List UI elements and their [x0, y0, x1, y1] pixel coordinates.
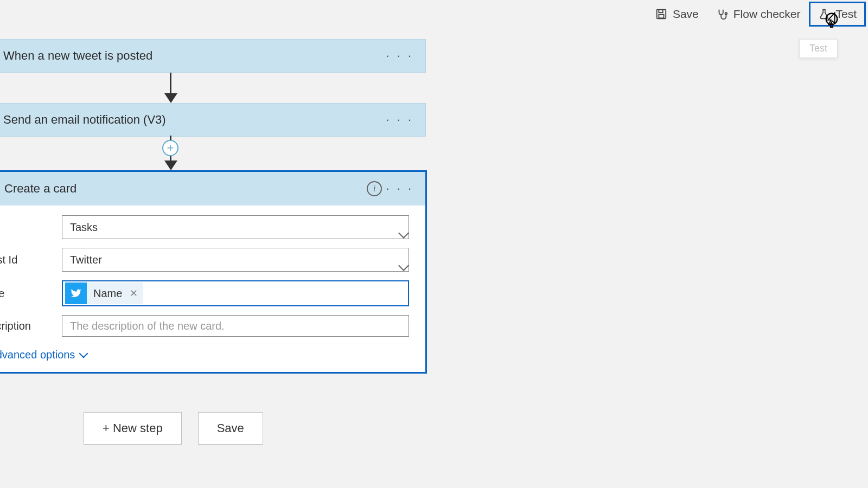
save-toolbar-button[interactable]: Save	[647, 1, 707, 27]
svg-point-2	[725, 12, 727, 15]
list-id-value: Twitter	[70, 254, 102, 266]
mouse-cursor-icon	[824, 10, 840, 28]
save-icon	[655, 8, 667, 20]
dynamic-content-token[interactable]: Name ✕	[65, 282, 143, 304]
flow-checker-button[interactable]: Flow checker	[707, 1, 809, 27]
connector-arrow	[0, 73, 426, 104]
trigger-more-menu[interactable]: · · ·	[386, 49, 413, 63]
connector-arrow-with-add: +	[0, 137, 426, 170]
create-card-header[interactable]: Create a card i · · ·	[0, 172, 425, 206]
card-name-label: Card Name	[0, 287, 62, 300]
list-id-label: Board List Id	[0, 254, 62, 266]
trigger-step[interactable]: When a new tweet is posted · · ·	[0, 39, 426, 73]
advanced-options-toggle[interactable]: Show advanced options	[0, 349, 87, 361]
board-id-label: Board Id	[0, 221, 62, 234]
stethoscope-icon	[716, 8, 728, 20]
email-step[interactable]: Send an email notification (V3) · · ·	[0, 103, 426, 137]
info-icon[interactable]: i	[367, 181, 382, 196]
advanced-options-label: Show advanced options	[0, 349, 75, 361]
bottom-action-bar: + New step Save	[84, 412, 263, 445]
svg-rect-1	[659, 15, 663, 18]
chevron-down-icon	[79, 349, 88, 358]
token-label: Name	[92, 287, 122, 300]
svg-rect-4	[831, 24, 833, 27]
new-step-button[interactable]: + New step	[84, 412, 182, 445]
card-name-input[interactable]: Name ✕	[62, 280, 409, 306]
create-card-more-menu[interactable]: · · ·	[386, 182, 413, 196]
list-id-select[interactable]: Twitter	[62, 248, 409, 272]
save-button[interactable]: Save	[198, 412, 263, 445]
create-card-title: Create a card	[4, 182, 76, 196]
flow-canvas: When a new tweet is posted · · · Send an…	[0, 39, 426, 374]
test-tooltip: Test	[799, 39, 838, 58]
trigger-title: When a new tweet is posted	[3, 49, 152, 63]
card-description-input[interactable]: The description of the new card.	[62, 315, 409, 337]
board-id-value: Tasks	[70, 221, 98, 234]
card-desc-label: Card Description	[0, 320, 62, 332]
token-remove-button[interactable]: ✕	[127, 287, 138, 299]
flow-checker-label: Flow checker	[733, 8, 801, 21]
create-card-step: Create a card i · · · Board Id Tasks Boa…	[0, 170, 427, 374]
twitter-icon	[65, 282, 87, 304]
email-step-more-menu[interactable]: · · ·	[386, 113, 413, 127]
card-desc-placeholder: The description of the new card.	[70, 320, 225, 332]
save-toolbar-label: Save	[673, 8, 699, 21]
add-action-button[interactable]: +	[162, 140, 178, 156]
create-card-form: Board Id Tasks Board List Id Twitter Car…	[0, 206, 425, 372]
board-id-select[interactable]: Tasks	[62, 215, 409, 239]
email-step-title: Send an email notification (V3)	[3, 113, 166, 127]
